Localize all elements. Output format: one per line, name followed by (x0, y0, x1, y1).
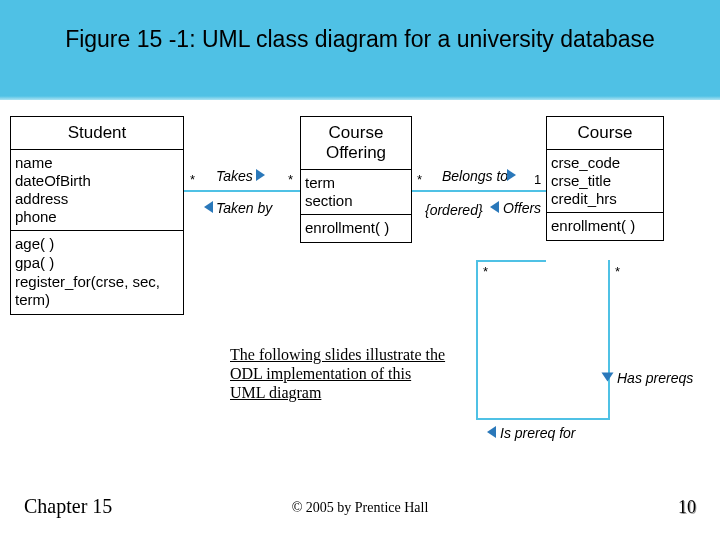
assoc-hasprereqs-label: Has prereqs (617, 370, 693, 386)
uml-class-course-offering: Course Offering termsection enrollment( … (300, 116, 412, 243)
slide-note: The following slides illustrate the ODL … (230, 345, 470, 403)
mult-course-down: * (615, 264, 620, 279)
copyright-label: © 2005 by Prentice Hall (0, 500, 720, 516)
uml-class-student: Student namedateOfBirthaddressphone age(… (10, 116, 184, 315)
arrowhead-belongsto-icon (507, 169, 516, 181)
arrowhead-takenby-icon (204, 201, 213, 213)
uml-class-course-offering-name: Course Offering (301, 117, 411, 170)
arrowhead-hasprereqs-icon (602, 373, 614, 382)
arrowhead-isprereqfor-icon (487, 426, 496, 438)
self-assoc-line-down (608, 260, 610, 420)
assoc-ordered-constraint: {ordered} (425, 202, 483, 218)
mult-student-side: * (190, 172, 195, 187)
assoc-belongsto-label: Belongs to (442, 168, 508, 184)
assoc-offers-label: Offers (503, 200, 541, 216)
assoc-line-offering-course (412, 190, 546, 192)
arrowhead-takes-icon (256, 169, 265, 181)
slide-title: Figure 15 -1: UML class diagram for a un… (0, 26, 720, 53)
assoc-takenby-label: Taken by (216, 200, 272, 216)
uml-class-course-ops: enrollment( ) (547, 213, 663, 240)
uml-class-course: Course crse_codecrse_titlecredit_hrs enr… (546, 116, 664, 241)
mult-offering-right: * (417, 172, 422, 187)
uml-class-course-name: Course (547, 117, 663, 150)
uml-class-course-offering-ops: enrollment( ) (301, 215, 411, 242)
assoc-takes-label: Takes (216, 168, 253, 184)
uml-class-course-attrs: crse_codecrse_titlecredit_hrs (547, 150, 663, 213)
page-number: 10 (678, 497, 696, 518)
mult-offering-left: * (288, 172, 293, 187)
self-assoc-line-up (476, 260, 478, 420)
uml-class-student-name: Student (11, 117, 183, 150)
uml-class-student-attrs: namedateOfBirthaddressphone (11, 150, 183, 231)
mult-course-up: * (483, 264, 488, 279)
self-assoc-line-bottom (476, 418, 610, 420)
assoc-isprereqfor-label: Is prereq for (500, 425, 575, 441)
self-assoc-line-reattach (476, 260, 546, 262)
uml-class-student-ops: age( )gpa( )register_for(crse, sec, term… (11, 231, 183, 314)
mult-course-left: 1 (534, 172, 541, 187)
uml-class-course-offering-attrs: termsection (301, 170, 411, 215)
arrowhead-offers-icon (490, 201, 499, 213)
assoc-line-student-offering (184, 190, 300, 192)
